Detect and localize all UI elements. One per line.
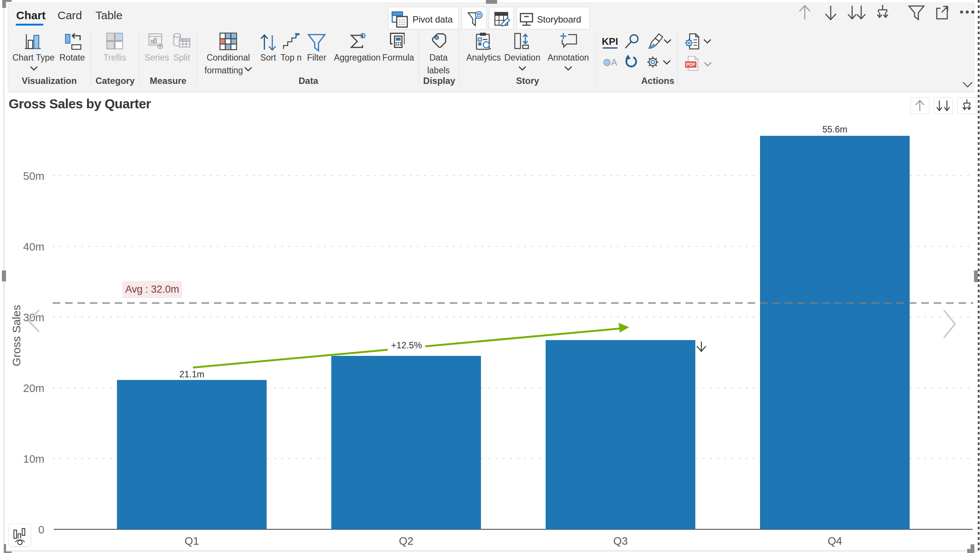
svg-text:PDF: PDF	[686, 62, 695, 67]
